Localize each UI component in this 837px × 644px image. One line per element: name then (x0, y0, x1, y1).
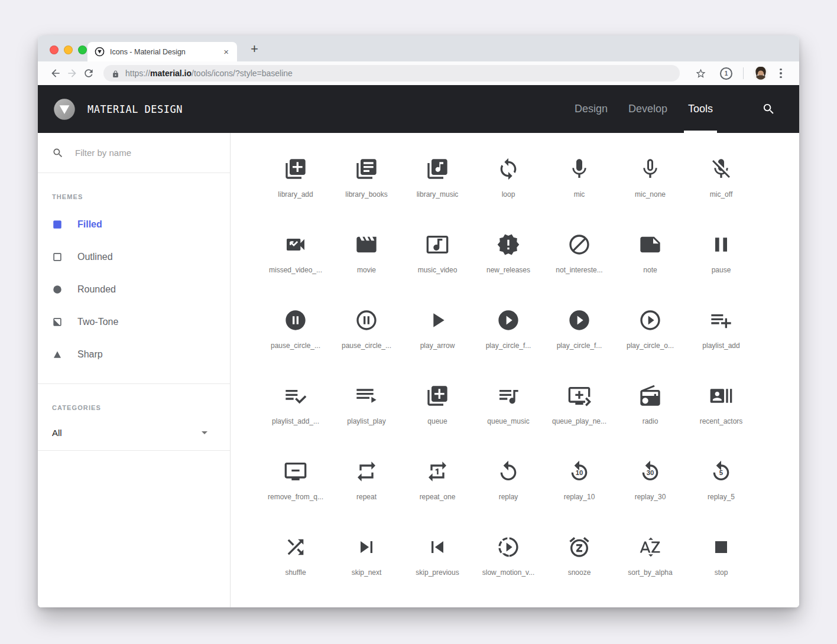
refresh-icon[interactable] (83, 67, 95, 79)
icon-cell-skip_next[interactable]: skip_next (331, 534, 402, 607)
icon-cell-shuffle[interactable]: shuffle (260, 534, 331, 607)
search-icon[interactable] (762, 102, 776, 116)
loop-icon (497, 157, 520, 181)
category-select[interactable]: All (52, 416, 230, 449)
icon-cell-play_arrow[interactable]: play_arrow (402, 307, 473, 382)
two-tone-theme-icon (52, 317, 63, 327)
chevron-down-icon (202, 431, 207, 434)
icon-cell-mic_off[interactable]: mic_off (686, 155, 757, 231)
material-design-favicon (95, 47, 105, 57)
icon-cell-playlist_play[interactable]: playlist_play (331, 382, 402, 458)
material-design-logo[interactable] (53, 98, 76, 121)
icon-cell-library_add[interactable]: library_add (260, 155, 331, 231)
icon-label: shuffle (285, 568, 306, 577)
icon-label: missed_video_... (269, 266, 322, 274)
icon-cell-play_circle_outline[interactable]: play_circle_o... (615, 307, 686, 382)
icon-label: snooze (568, 568, 591, 577)
address-bar[interactable]: https://material.io/tools/icons/?style=b… (103, 65, 680, 82)
extension-icon[interactable]: 1 (720, 67, 732, 80)
recent_actors-icon (709, 384, 733, 408)
page-content: THEMES Filled Outlined (38, 133, 799, 607)
icon-cell-movie[interactable]: movie (331, 231, 402, 307)
window-controls (50, 45, 87, 54)
theme-two-tone[interactable]: Two-Tone (52, 305, 230, 338)
icon-cell-library_music[interactable]: library_music (402, 155, 473, 231)
browser-menu-icon[interactable] (778, 67, 783, 80)
icon-cell-queue_play_next[interactable]: queue_play_ne... (544, 382, 615, 458)
theme-outlined[interactable]: Outlined (52, 240, 230, 273)
profile-avatar[interactable] (753, 66, 768, 81)
lock-icon[interactable] (112, 70, 119, 77)
icon-cell-play_circle_filled[interactable]: play_circle_f... (473, 307, 544, 382)
icon-cell-note[interactable]: note (615, 231, 686, 307)
icon-label: pause_circle_... (271, 341, 320, 350)
close-window-button[interactable] (50, 45, 59, 54)
site-title: MATERIAL DESIGN (87, 103, 183, 115)
icon-cell-queue[interactable]: queue (402, 382, 473, 458)
toolbar-divider (743, 67, 744, 79)
category-value: All (52, 428, 62, 438)
icon-cell-snooze[interactable]: snooze (544, 534, 615, 607)
icon-cell-replay_30[interactable]: 30replay_30 (615, 458, 686, 534)
pause_circle_outline-icon (355, 308, 378, 332)
icon-cell-recent_actors[interactable]: recent_actors (686, 382, 757, 458)
repeat-icon (355, 460, 378, 483)
icon-cell-missed_video_call[interactable]: missed_video_... (260, 231, 331, 307)
tab-close-icon[interactable]: × (221, 46, 231, 57)
icon-cell-new_releases[interactable]: new_releases (473, 231, 544, 307)
mic-icon (567, 157, 591, 181)
icon-cell-pause_circle_outline[interactable]: pause_circle_... (331, 307, 402, 382)
icon-cell-playlist_add[interactable]: playlist_add (686, 307, 757, 382)
icon-label: mic (574, 190, 585, 199)
icon-cell-remove_from_queue[interactable]: remove_from_q... (260, 458, 331, 534)
icon-cell-radio[interactable]: radio (615, 382, 686, 458)
icon-cell-repeat[interactable]: repeat (331, 458, 402, 534)
forward-icon[interactable] (66, 67, 78, 79)
filter-input[interactable] (74, 147, 212, 158)
back-icon[interactable] (50, 67, 61, 79)
icon-cell-mic_none[interactable]: mic_none (615, 155, 686, 231)
icon-cell-sort_by_alpha[interactable]: sort_by_alpha (615, 534, 686, 607)
icon-label: replay_5 (708, 493, 735, 501)
theme-sharp[interactable]: Sharp (52, 338, 230, 370)
new-tab-button[interactable]: + (246, 40, 263, 58)
icon-cell-playlist_add_check[interactable]: playlist_add_... (260, 382, 331, 458)
icon-cell-queue_music[interactable]: queue_music (473, 382, 544, 458)
icon-cell-library_books[interactable]: library_books (331, 155, 402, 231)
sharp-theme-icon (52, 349, 63, 360)
icon-label: replay (499, 493, 518, 501)
nav-develop[interactable]: Develop (628, 85, 667, 133)
icon-label: recent_actors (700, 417, 743, 425)
icon-cell-repeat_one[interactable]: repeat_one (402, 458, 473, 534)
icon-cell-music_video[interactable]: music_video (402, 231, 473, 307)
theme-filled[interactable]: Filled (52, 208, 230, 240)
categories-section: CATEGORIES All (38, 384, 230, 449)
play_circle_outline-icon (638, 308, 662, 332)
skip_previous-icon (426, 535, 449, 559)
icon-cell-replay_5[interactable]: 5replay_5 (686, 458, 757, 534)
icon-cell-replay[interactable]: replay (473, 458, 544, 534)
url-domain: material.io (150, 69, 192, 78)
nav-tools[interactable]: Tools (688, 85, 713, 133)
icon-cell-play_circle_filled_white[interactable]: play_circle_f... (544, 307, 615, 382)
icon-cell-skip_previous[interactable]: skip_previous (402, 534, 473, 607)
sort_by_alpha-icon (638, 535, 662, 559)
icon-cell-pause[interactable]: pause (686, 231, 757, 307)
zoom-window-button[interactable] (78, 45, 87, 54)
icon-label: play_circle_o... (627, 341, 674, 350)
icon-cell-not_interested[interactable]: not_intereste... (544, 231, 615, 307)
rounded-theme-icon (52, 284, 63, 295)
minimize-window-button[interactable] (64, 45, 73, 54)
icon-cell-mic[interactable]: mic (544, 155, 615, 231)
icon-cell-pause_circle_filled[interactable]: pause_circle_... (260, 307, 331, 382)
playlist_add_check-icon (284, 384, 307, 408)
icon-cell-loop[interactable]: loop (473, 155, 544, 231)
icon-cell-stop[interactable]: stop (686, 534, 757, 607)
theme-rounded[interactable]: Rounded (52, 273, 230, 305)
icon-cell-replay_10[interactable]: 10replay_10 (544, 458, 615, 534)
icon-cell-slow_motion_video[interactable]: slow_motion_v... (473, 534, 544, 607)
browser-tab[interactable]: Icons - Material Design × (87, 42, 237, 61)
nav-design[interactable]: Design (575, 85, 608, 133)
icon-label: remove_from_q... (268, 493, 323, 501)
bookmark-star-icon[interactable] (695, 68, 706, 79)
